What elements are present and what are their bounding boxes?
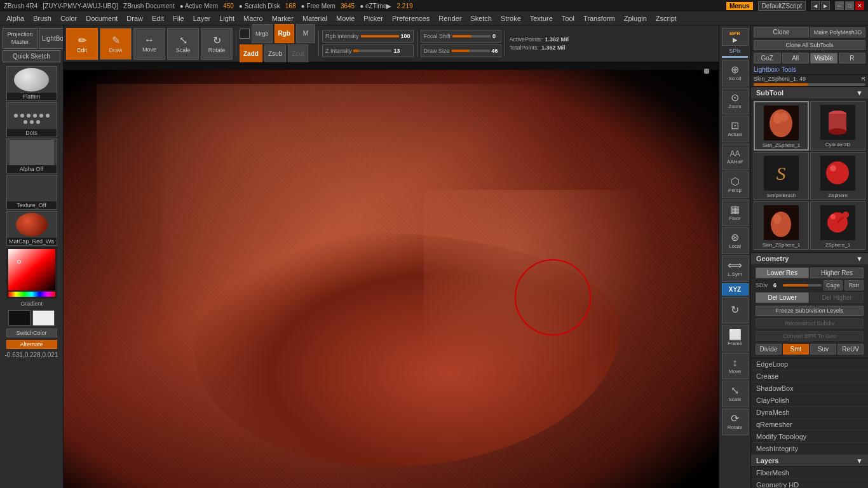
win-close[interactable]: ✕	[855, 1, 864, 10]
menu-picker[interactable]: Picker	[360, 13, 387, 24]
aahalf-button[interactable]: AA AAHalf	[722, 144, 749, 170]
all-button[interactable]: All	[782, 53, 810, 64]
scale-tool-btn[interactable]: ⤡ Scale	[722, 381, 749, 407]
menu-tool[interactable]: Tool	[558, 13, 578, 24]
visible-button[interactable]: Visible	[810, 53, 837, 64]
subtool-header[interactable]: SubTool ▼	[751, 87, 868, 98]
lightbox-button[interactable]: LightBox	[39, 28, 64, 49]
matcap-preview[interactable]: MatCap_Red_Wa	[6, 211, 57, 246]
subtool-zsphere[interactable]: ZSphere	[810, 152, 865, 200]
nav-btn-1[interactable]: ◀	[811, 1, 820, 10]
rotate-button[interactable]: ↻ Rotate	[201, 28, 233, 60]
win-min[interactable]: ─	[835, 1, 844, 10]
menu-transform[interactable]: Transform	[580, 13, 619, 24]
z-intensity-track[interactable]	[353, 50, 391, 52]
r-button[interactable]: R	[839, 53, 866, 64]
win-max[interactable]: □	[845, 1, 854, 10]
subtool-cylinder[interactable]: Cylinder3D	[810, 101, 865, 151]
alpha-preview[interactable]: Alpha Off	[6, 139, 57, 173]
clone-button[interactable]: Clone	[754, 27, 809, 37]
bg-color-swatch[interactable]	[32, 310, 55, 326]
higher-res-button[interactable]: Higher Res	[810, 268, 864, 278]
menu-layer[interactable]: Layer	[189, 13, 215, 24]
reuv-button[interactable]: ReUV	[837, 344, 864, 355]
frame-button[interactable]: ⬜ Frame	[722, 325, 749, 351]
projection-master-button[interactable]: ProjectionMaster	[3, 28, 37, 49]
menu-preferences[interactable]: Preferences	[388, 13, 433, 24]
dynamesh-item[interactable]: DynaMesh	[751, 407, 868, 419]
menu-texture[interactable]: Texture	[526, 13, 557, 24]
clone-all-button[interactable]: Clone All SubTools	[754, 40, 865, 50]
geometry-hd-item[interactable]: Geometry HD	[751, 479, 868, 488]
subtool-skin1[interactable]: Skin_ZSphere_1	[754, 101, 809, 151]
lower-res-button[interactable]: Lower Res	[756, 268, 809, 278]
m-button[interactable]: M	[296, 24, 315, 43]
menu-macro[interactable]: Macro	[240, 13, 267, 24]
rotate-tool-btn[interactable]: ↻	[722, 297, 749, 323]
rgb-intensity-control[interactable]: Rgb Intensity 100	[322, 30, 414, 43]
local-button[interactable]: ⊛ Local	[722, 227, 749, 254]
quick-sketch-button[interactable]: Quick Sketch	[3, 50, 60, 62]
color-picker[interactable]	[6, 247, 57, 299]
menu-brush[interactable]: Brush	[29, 13, 55, 24]
convert-bpr-button[interactable]: Convert BPR To Geo	[756, 331, 864, 341]
menu-edit[interactable]: Edit	[148, 13, 168, 24]
subtool-zsphere1[interactable]: ZSphere_1	[810, 201, 865, 250]
claypolish-item[interactable]: ClayPolish	[751, 395, 868, 407]
menu-zscript[interactable]: Zscript	[652, 13, 681, 24]
modify-topology-item[interactable]: Modify Topology	[751, 431, 868, 443]
reconstruct-subdiv-button[interactable]: Reconstruct Subdiv	[756, 318, 864, 329]
lsym-button[interactable]: ⟺ L.Sym	[722, 255, 749, 282]
menu-material[interactable]: Material	[299, 13, 331, 24]
menu-alpha[interactable]: Alpha	[3, 13, 28, 24]
edgeloop-item[interactable]: EdgeLoop	[751, 358, 868, 370]
menu-sketch[interactable]: Sketch	[466, 13, 496, 24]
focal-shift-control[interactable]: Focal Shift 0	[421, 30, 501, 43]
draw-size-track[interactable]	[452, 50, 490, 52]
rgb-intensity-track[interactable]	[361, 35, 399, 37]
goz-button[interactable]: GoZ	[754, 53, 781, 64]
menu-file[interactable]: File	[169, 13, 188, 24]
sdiv-slider[interactable]	[783, 284, 822, 287]
alternate-button[interactable]: Alternate	[6, 340, 57, 349]
rstr-button[interactable]: Rstr	[844, 280, 864, 290]
zsub-button[interactable]: Zsub	[264, 44, 286, 64]
texture-preview[interactable]: Texture_Off	[6, 175, 57, 210]
z-intensity-control[interactable]: Z Intensity 13	[322, 44, 414, 57]
lightbox-tools-label[interactable]: Lightbox› Tools	[754, 66, 796, 73]
menu-zplugin[interactable]: Zplugin	[620, 13, 651, 24]
scale-button[interactable]: ⤡ Scale	[167, 28, 199, 60]
flatten-brush-preview[interactable]: Flatten	[6, 66, 57, 101]
dots-brush-preview[interactable]: Dots	[6, 102, 57, 137]
draw-size-control[interactable]: Draw Size 46	[421, 44, 501, 57]
default-zscript-button[interactable]: DefaultZScript	[758, 1, 806, 11]
cage-button[interactable]: Cage	[824, 280, 843, 290]
divide-button[interactable]: Divide	[756, 344, 782, 355]
del-higher-button[interactable]: Del Higher	[810, 292, 864, 303]
draw-button[interactable]: ✎ Draw	[100, 28, 132, 60]
suv-button[interactable]: Suv	[810, 344, 836, 355]
menu-stroke[interactable]: Stroke	[497, 13, 525, 24]
canvas-area[interactable]	[64, 62, 719, 488]
color-gradient[interactable]	[8, 249, 55, 290]
freeze-subdiv-button[interactable]: Freeze SubDivision Levels	[756, 306, 864, 316]
menu-document[interactable]: Document	[82, 13, 121, 24]
mrgb-button[interactable]: Mrgb	[252, 24, 273, 43]
smt-button[interactable]: Smt	[783, 344, 809, 355]
zoom-button[interactable]: ⊙ Zoom	[722, 88, 749, 114]
fg-mini-swatch[interactable]	[240, 29, 250, 39]
menus-button[interactable]: Menus	[726, 2, 753, 10]
focal-shift-track[interactable]	[452, 35, 491, 37]
fg-color-swatch[interactable]	[8, 310, 31, 326]
subtool-skin2[interactable]: Skin_ZSphere_1	[754, 201, 809, 250]
shadowbox-item[interactable]: ShadowBox	[751, 383, 868, 395]
scroll-button[interactable]: ⊕ Scroll	[722, 60, 749, 86]
del-lower-button[interactable]: Del Lower	[756, 292, 809, 303]
zadd-button[interactable]: Zadd	[240, 44, 262, 64]
skin-zsphere-slider[interactable]	[754, 83, 865, 86]
bpr-button[interactable]: BPR ▶	[722, 28, 749, 46]
rgb-button[interactable]: Rgb	[275, 24, 294, 43]
crease-item[interactable]: Crease	[751, 370, 868, 383]
menu-draw[interactable]: Draw	[123, 13, 147, 24]
make-polymesh-button[interactable]: Make PolyMesh3D	[810, 27, 865, 37]
